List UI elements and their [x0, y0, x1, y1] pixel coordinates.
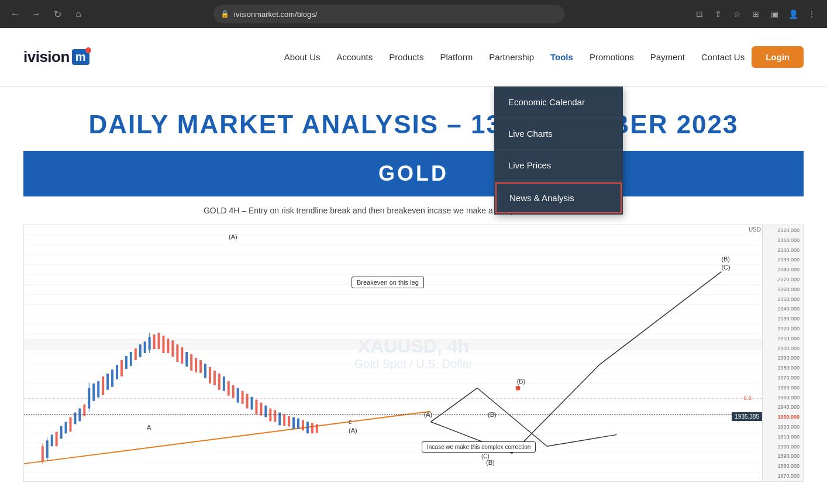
svg-line-95 [599, 272, 722, 365]
gold-label: GOLD [378, 161, 449, 185]
svg-point-99 [516, 386, 521, 391]
svg-rect-34 [56, 431, 58, 446]
svg-rect-61 [171, 340, 174, 357]
svg-rect-53 [139, 344, 142, 357]
login-button[interactable]: Login [752, 46, 804, 68]
tools-dropdown: Economic Calendar Live Charts Live Price… [494, 87, 623, 215]
svg-rect-54 [144, 341, 146, 353]
svg-rect-66 [195, 358, 197, 372]
chart-area: USD 2120.000 2110.000 2100.000 2090.000 … [23, 225, 804, 482]
svg-rect-72 [223, 377, 225, 391]
svg-rect-64 [185, 352, 188, 367]
svg-rect-67 [199, 360, 202, 373]
svg-rect-82 [269, 409, 271, 422]
main-nav: About Us Accounts Products Platform Part… [284, 50, 745, 64]
svg-rect-47 [111, 370, 113, 387]
dropdown-live-charts[interactable]: Live Charts [494, 118, 623, 150]
svg-rect-37 [70, 417, 72, 432]
svg-rect-48 [116, 365, 118, 379]
refresh-button[interactable]: ↻ [49, 6, 66, 22]
svg-rect-60 [167, 339, 169, 353]
nav-accounts[interactable]: Accounts [337, 50, 373, 64]
svg-rect-90 [306, 422, 309, 433]
svg-rect-43 [92, 384, 95, 401]
dropdown-economic-calendar[interactable]: Economic Calendar [494, 87, 623, 118]
nav-partnership[interactable]: Partnership [489, 50, 534, 64]
logo[interactable]: ivision m [23, 48, 89, 66]
svg-rect-46 [106, 374, 109, 390]
back-button[interactable]: ← [7, 6, 23, 22]
profile-button[interactable]: 👤 [785, 6, 801, 22]
bookmark-button[interactable]: ☆ [729, 6, 745, 22]
svg-rect-71 [218, 374, 220, 390]
sidebar-button[interactable]: ▣ [766, 6, 783, 22]
svg-rect-63 [181, 347, 183, 364]
gold-banner: GOLD [23, 151, 804, 196]
chart-description: GOLD 4H – Entry on risk trendline break … [0, 196, 827, 225]
svg-rect-44 [97, 381, 99, 398]
logo-text: ivision [23, 48, 70, 66]
svg-text:(B): (B) [721, 256, 730, 263]
svg-rect-68 [204, 364, 206, 378]
svg-rect-57 [153, 334, 156, 349]
nav-products[interactable]: Products [389, 50, 423, 64]
lock-icon: 🔒 [220, 10, 229, 18]
svg-rect-45 [102, 377, 104, 395]
svg-rect-49 [120, 360, 123, 377]
svg-rect-87 [292, 417, 295, 429]
svg-rect-78 [251, 397, 253, 410]
svg-rect-35 [60, 426, 63, 439]
menu-button[interactable]: ⋮ [804, 6, 820, 22]
svg-rect-36 [65, 422, 67, 433]
svg-rect-89 [302, 420, 304, 430]
nav-payment[interactable]: Payment [650, 50, 685, 64]
site-header: ivision m About Us Accounts Products Pla… [0, 28, 827, 87]
home-button[interactable]: ⌂ [70, 6, 87, 22]
address-bar[interactable]: 🔒 ivisionmarket.com/blogs/ [213, 5, 564, 23]
svg-rect-80 [260, 403, 262, 416]
forward-button[interactable]: → [28, 6, 44, 22]
svg-rect-62 [176, 344, 178, 362]
current-price-tag: 1935.385 [732, 412, 762, 421]
svg-rect-52 [135, 348, 137, 360]
svg-rect-77 [246, 394, 249, 409]
breakeven-annotation: Breakeven on this leg [352, 277, 424, 288]
wave-label-a-bottom2: (A) [349, 427, 357, 434]
svg-rect-86 [288, 416, 290, 427]
wave-label-b-mid: (B) [488, 411, 497, 418]
complex-correction-annotation: Incase we make this complex correction [422, 441, 536, 453]
logo-dot [85, 47, 91, 53]
svg-rect-85 [283, 415, 285, 426]
wave-label-a: (A) [229, 233, 237, 240]
svg-rect-81 [264, 406, 267, 417]
svg-line-98 [547, 434, 616, 446]
hero-title: DAILY MARKET ANALYSIS – 13 NOVEMBER 2023 [0, 87, 827, 151]
nav-contact-us[interactable]: Contact Us [701, 50, 745, 64]
wave-label-bottom: A [147, 424, 151, 431]
svg-rect-91 [311, 423, 313, 433]
dropdown-live-prices[interactable]: Live Prices [494, 150, 623, 181]
share-button[interactable]: ⇧ [710, 6, 726, 22]
svg-rect-58 [158, 333, 160, 349]
svg-rect-33 [51, 434, 53, 446]
screenshot-button[interactable]: ⊡ [691, 6, 708, 22]
nav-about-us[interactable]: About Us [284, 50, 321, 64]
svg-rect-65 [190, 354, 192, 371]
nav-platform[interactable]: Platform [440, 50, 473, 64]
svg-rect-74 [232, 385, 235, 398]
svg-rect-73 [228, 381, 230, 396]
dropdown-news-analysis[interactable]: News & Analysis [495, 182, 622, 213]
chart-svg: (A) (B) (B) (C) 0.382 0.5 [24, 225, 762, 481]
wave-label-c-bottom: c [349, 418, 352, 425]
svg-rect-92 [316, 424, 318, 433]
svg-rect-39 [78, 409, 81, 422]
extensions-button[interactable]: ⊞ [747, 6, 764, 22]
nav-tools[interactable]: Tools [550, 50, 573, 64]
svg-rect-69 [209, 367, 211, 384]
browser-chrome: ← → ↻ ⌂ 🔒 ivisionmarket.com/blogs/ ⊡ ⇧ ☆… [0, 0, 827, 28]
nav-promotions[interactable]: Promotions [590, 50, 634, 64]
svg-rect-70 [213, 371, 216, 385]
svg-rect-76 [242, 391, 244, 404]
svg-rect-83 [274, 410, 276, 422]
website: ivision m About Us Accounts Products Pla… [0, 28, 827, 482]
